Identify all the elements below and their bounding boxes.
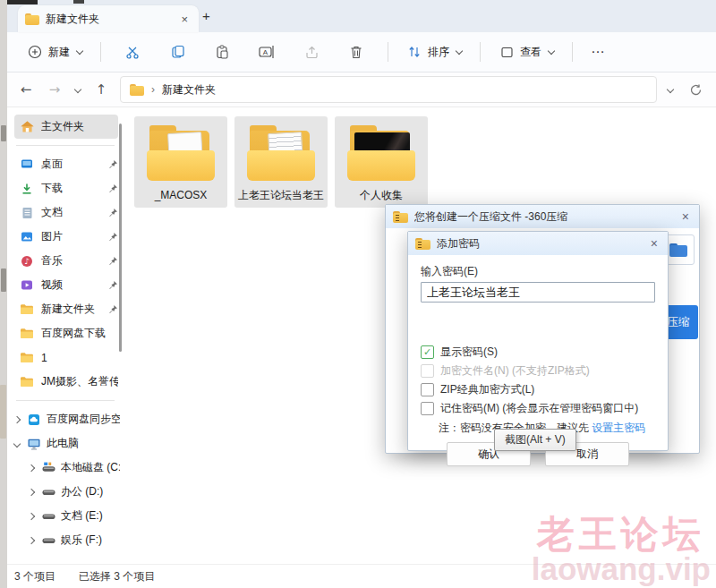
sidebar-item-5[interactable]: ♪音乐 xyxy=(7,249,124,273)
sidebar-item-8[interactable]: 百度网盘下载 xyxy=(7,321,124,345)
breadcrumb[interactable]: › 新建文件夹 xyxy=(120,76,657,103)
chevron-right-icon[interactable] xyxy=(27,465,36,471)
sidebar-item-6[interactable]: 视频 xyxy=(7,273,124,297)
selected-count: 已选择 3 个项目 xyxy=(79,569,155,584)
sidebar-item-3[interactable]: 文档 xyxy=(7,200,124,225)
checkbox-icon[interactable] xyxy=(421,383,434,396)
chevron-right-icon[interactable] xyxy=(27,514,36,519)
folder-icon xyxy=(20,303,34,316)
sidebar-item-9[interactable]: 1 xyxy=(7,345,124,370)
folder-tile-2[interactable]: 上老王论坛当老王 xyxy=(234,116,328,208)
svg-text:♪: ♪ xyxy=(24,257,30,266)
close-icon[interactable]: × xyxy=(679,210,692,223)
password-input[interactable] xyxy=(421,282,655,303)
chevron-down-icon[interactable] xyxy=(13,441,21,447)
cut-button[interactable] xyxy=(117,38,148,65)
tab-close-icon[interactable]: × xyxy=(177,13,192,26)
folder-name: _MACOSX xyxy=(155,188,208,202)
tree-item-label: 本地磁盘 (C:) xyxy=(61,460,120,475)
checkbox-icon[interactable]: ✓ xyxy=(421,345,434,359)
breadcrumb-separator: › xyxy=(151,83,155,96)
sidebar-item-1[interactable]: 桌面 xyxy=(7,152,124,176)
checkbox-icon[interactable] xyxy=(421,402,434,415)
tree-item-4[interactable]: 办公 (D:) xyxy=(7,480,124,504)
tab-title: 新建文件夹 xyxy=(46,12,171,27)
chevron-right-icon[interactable] xyxy=(27,490,36,495)
new-tab-button[interactable]: + xyxy=(202,9,210,22)
desktop-icon xyxy=(20,158,34,171)
new-button[interactable]: 新建 xyxy=(20,38,90,65)
close-icon[interactable]: × xyxy=(648,237,661,250)
delete-button[interactable] xyxy=(341,38,371,65)
folder-name: 个人收集 xyxy=(360,188,403,202)
chevron-right-icon[interactable] xyxy=(27,538,36,543)
checkbox-label: ZIP经典加密方式(L) xyxy=(440,382,534,397)
zip-archive-icon xyxy=(415,238,430,250)
new-button-label: 新建 xyxy=(48,45,70,60)
explorer-tab[interactable]: 新建文件夹 × xyxy=(18,5,199,32)
screenshot-tooltip: 截图(Alt + V) xyxy=(494,429,576,451)
tree-item-label: 百度网盘同步空 xyxy=(47,412,120,427)
checkbox-label: 记住密码(M) (将会显示在管理密码窗口中) xyxy=(440,401,638,416)
sidebar-item-10[interactable]: JM摄影、名誉传 xyxy=(7,370,124,394)
chevron-right-icon[interactable] xyxy=(13,417,21,422)
screen: 新建文件夹 × + 新建 xyxy=(0,0,716,588)
share-button[interactable] xyxy=(296,38,327,65)
more-options-button[interactable]: … xyxy=(584,38,613,65)
tree-item-label: 文档 (E:) xyxy=(61,508,120,524)
sidebar-item-label: JM摄影、名誉传 xyxy=(41,374,118,389)
blue-folder-icon xyxy=(669,243,687,257)
copy-button[interactable] xyxy=(162,38,192,65)
forward-button[interactable]: → xyxy=(45,81,64,98)
password-option-1[interactable]: ✓显示密码(S) xyxy=(421,343,655,362)
tree-item-2[interactable]: 此电脑 xyxy=(7,431,124,456)
compress-dialog-titlebar[interactable]: 您将创建一个压缩文件 -360压缩 × xyxy=(386,205,699,228)
address-bar: ← → ↑ › 新建文件夹 xyxy=(7,72,716,107)
folder-icon xyxy=(20,328,34,340)
sidebar-item-2[interactable]: 下载 xyxy=(7,176,124,200)
sidebar-item-label: 音乐 xyxy=(41,253,100,268)
password-dialog-titlebar[interactable]: 添加密码 × xyxy=(408,232,668,255)
tree-item-5[interactable]: 文档 (E:) xyxy=(7,504,124,528)
sidebar-item-label: 下载 xyxy=(41,181,100,196)
status-bar: 3 个项目 已选择 3 个项目 xyxy=(7,564,716,588)
pin-icon xyxy=(107,256,118,266)
svg-text:A: A xyxy=(263,48,268,56)
pc-icon xyxy=(27,438,41,450)
address-dropdown-button[interactable] xyxy=(666,87,675,92)
sidebar-item-home[interactable]: 主文件夹 xyxy=(14,115,118,139)
tree-item-6[interactable]: 娱乐 (F:) xyxy=(7,528,124,552)
pin-icon xyxy=(107,183,118,193)
password-option-4[interactable]: 记住密码(M) (将会显示在管理密码窗口中) xyxy=(421,399,655,418)
refresh-icon[interactable] xyxy=(687,81,703,98)
sort-button[interactable]: 排序 xyxy=(399,38,469,65)
folder-icon xyxy=(20,352,34,364)
recent-locations-button[interactable] xyxy=(73,87,82,92)
large-folder-icon xyxy=(245,125,317,181)
pin-icon xyxy=(107,304,118,314)
toolbar-divider xyxy=(100,42,101,62)
view-grid-icon xyxy=(499,44,515,60)
scissors-icon xyxy=(124,44,141,60)
folder-name: 上老王论坛当老王 xyxy=(238,188,324,202)
zip-archive-icon xyxy=(393,211,408,223)
sidebar-scrollbar[interactable] xyxy=(119,124,122,352)
sidebar-item-4[interactable]: 图片 xyxy=(7,225,124,249)
sidebar-item-7[interactable]: 新建文件夹 xyxy=(7,297,124,321)
tree-item-1[interactable]: 百度网盘同步空 xyxy=(7,407,124,431)
sidebar-item-label: 1 xyxy=(41,352,118,364)
paste-button[interactable] xyxy=(207,38,237,65)
rename-button[interactable]: A xyxy=(251,38,282,65)
tree-item-3[interactable]: 本地磁盘 (C:) xyxy=(7,456,124,480)
password-option-3[interactable]: ZIP经典加密方式(L) xyxy=(421,380,655,399)
set-master-password-link[interactable]: 设置主密码 xyxy=(592,422,645,434)
document-icon xyxy=(20,207,34,219)
pin-icon xyxy=(107,159,118,169)
view-button[interactable]: 查看 xyxy=(491,38,561,65)
back-button[interactable]: ← xyxy=(16,81,36,98)
up-button[interactable]: ↑ xyxy=(91,81,111,98)
folder-tile-3[interactable]: 个人收集 xyxy=(335,116,428,208)
password-dialog-title: 添加密码 xyxy=(437,236,642,251)
sidebar-item-label: 桌面 xyxy=(41,157,100,172)
folder-tile-1[interactable]: _MACOSX xyxy=(134,116,227,208)
